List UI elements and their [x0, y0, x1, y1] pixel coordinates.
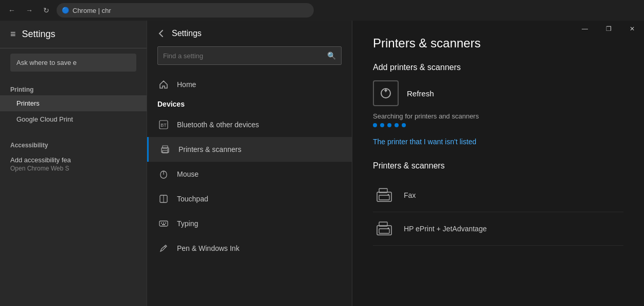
add-accessibility-text: Add accessibility fea — [10, 156, 136, 164]
fax-printer-icon — [373, 184, 396, 207]
hp-eprint-item[interactable]: HP ePrint + JetAdvantage — [373, 212, 623, 246]
add-accessibility-item[interactable]: Add accessibility fea Open Chrome Web S — [0, 151, 147, 177]
searching-text: Searching for printers and scanners — [373, 112, 623, 120]
add-printers-label: Add printers & scanners — [373, 63, 623, 72]
printers-page-title: Printers & scanners — [373, 36, 623, 50]
svg-point-5 — [167, 149, 168, 150]
close-button[interactable]: ✕ — [620, 21, 644, 37]
refresh-icon — [380, 87, 392, 99]
fax-printer-name: Fax — [404, 191, 416, 199]
win-search-input[interactable] — [163, 52, 323, 60]
svg-rect-13 — [165, 223, 166, 224]
address-text: Chrome | chr — [73, 7, 111, 14]
mouse-label: Mouse — [177, 170, 199, 178]
site-icon: 🔵 — [62, 7, 69, 14]
pen-icon — [157, 242, 170, 254]
svg-rect-22 — [379, 229, 389, 233]
accessibility-section-label: Accessibility — [0, 135, 147, 151]
svg-rect-11 — [161, 223, 162, 224]
win-nav-printers[interactable]: Printers & scanners — [147, 137, 352, 162]
windows-settings-panel: Settings 🔍 Home Devices BT Bluetooth & o… — [147, 21, 352, 306]
refresh-label: Refresh — [407, 89, 434, 98]
not-listed-link[interactable]: The printer that I want isn't listed — [373, 138, 623, 146]
printers-panel: — ❐ ✕ Printers & scanners Add printers &… — [352, 21, 644, 306]
chrome-settings-header: ≡ Settings — [0, 21, 147, 48]
win-search-bar[interactable]: 🔍 — [157, 46, 342, 65]
typing-icon — [157, 217, 170, 230]
open-chrome-web-text: Open Chrome Web S — [10, 165, 136, 172]
svg-rect-14 — [162, 224, 165, 225]
window-controls: — ❐ ✕ — [573, 21, 644, 37]
win-settings-title: Settings — [172, 29, 202, 38]
win-nav-mouse[interactable]: Mouse — [147, 162, 352, 186]
back-button[interactable]: ← — [5, 4, 19, 16]
forward-button[interactable]: → — [23, 4, 36, 16]
fax-printer-item[interactable]: Fax — [373, 179, 623, 212]
main-content: ≡ Settings Ask where to save e Printing … — [0, 21, 644, 306]
ask-where-text: Ask where to save e — [16, 59, 77, 66]
win-back-button[interactable] — [157, 29, 166, 38]
hamburger-menu-button[interactable]: ≡ — [10, 29, 16, 40]
search-icon: 🔍 — [327, 52, 336, 60]
refresh-button[interactable]: ↻ — [40, 4, 52, 16]
loading-dots — [373, 123, 623, 127]
win-home-item[interactable]: Home — [147, 73, 352, 96]
ask-where-to-save-item[interactable]: Ask where to save e — [10, 54, 136, 72]
chrome-settings-body: Ask where to save e Printing Printers Go… — [0, 48, 147, 306]
devices-section-label: Devices — [147, 96, 352, 112]
printer-nav-icon — [159, 143, 171, 156]
maximize-button[interactable]: ❐ — [597, 21, 620, 37]
svg-line-15 — [165, 246, 166, 247]
google-cloud-print-item[interactable]: Google Cloud Print — [0, 111, 147, 127]
printers-nav-label: Printers & scanners — [178, 145, 241, 154]
refresh-button[interactable] — [373, 80, 399, 106]
typing-label: Typing — [177, 219, 198, 228]
pen-label: Pen & Windows Ink — [177, 244, 239, 252]
win-nav-pen[interactable]: Pen & Windows Ink — [147, 236, 352, 261]
minimize-button[interactable]: — — [573, 21, 597, 37]
win-settings-header: Settings — [147, 21, 352, 46]
win-nav-bluetooth[interactable]: BT Bluetooth & other devices — [147, 112, 352, 137]
dot-1 — [373, 123, 377, 127]
win-nav-touchpad[interactable]: Touchpad — [147, 186, 352, 211]
dot-5 — [402, 123, 406, 127]
svg-rect-12 — [163, 223, 164, 224]
touchpad-icon — [157, 193, 170, 205]
dot-4 — [395, 123, 399, 127]
address-bar[interactable]: 🔵 Chrome | chr — [57, 3, 314, 18]
hp-printer-name: HP ePrint + JetAdvantage — [404, 225, 487, 233]
mouse-icon — [157, 168, 170, 180]
touchpad-label: Touchpad — [177, 195, 208, 203]
printers-subsection-item[interactable]: Printers — [0, 95, 147, 111]
svg-point-24 — [388, 228, 389, 229]
home-icon — [157, 78, 170, 91]
hp-printer-icon — [373, 217, 396, 240]
svg-text:BT: BT — [160, 123, 167, 128]
win-nav-typing[interactable]: Typing — [147, 211, 352, 236]
bluetooth-label: Bluetooth & other devices — [177, 121, 259, 129]
dot-3 — [387, 123, 391, 127]
dot-2 — [380, 123, 384, 127]
svg-rect-18 — [379, 195, 389, 200]
printers-section-label: Printers & scanners — [373, 161, 623, 171]
chrome-settings-title: Settings — [22, 29, 56, 40]
printing-section-label: Printing — [0, 80, 147, 95]
home-label: Home — [177, 80, 196, 89]
browser-bar: ← → ↻ 🔵 Chrome | chr — [0, 0, 644, 21]
bluetooth-icon: BT — [157, 118, 170, 131]
refresh-row: Refresh — [373, 80, 623, 106]
chrome-settings-panel: ≡ Settings Ask where to save e Printing … — [0, 21, 147, 306]
svg-point-20 — [388, 194, 389, 196]
